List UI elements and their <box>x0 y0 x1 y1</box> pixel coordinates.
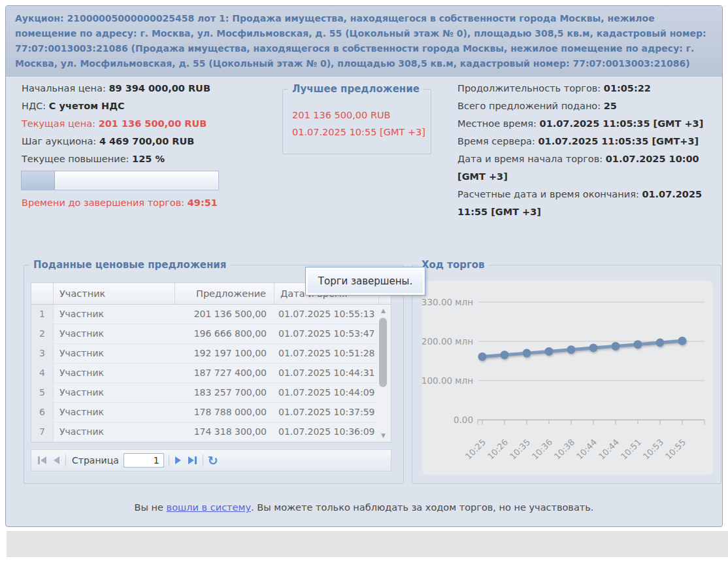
start-price-value: 89 394 000,00 RUB <box>108 83 210 94</box>
time-progress-fill <box>22 171 55 190</box>
start-datetime-row: Дата и время начала торгов: 01.07.2025 1… <box>457 150 718 186</box>
bid-row-num: 1 <box>31 305 54 324</box>
end-datetime-row: Расчетные дата и время окончания: 01.07.… <box>457 186 718 221</box>
login-notice-prefix: Вы не <box>135 502 163 513</box>
current-price-row: Текущая цена: 201 136 500,00 RUB <box>22 115 283 133</box>
svg-text:100.00 млн: 100.00 млн <box>422 375 473 386</box>
bid-row[interactable]: 7 Участник 174 318 300,00 01.07.2025 10:… <box>31 422 391 442</box>
bid-amount: 178 788 000,00 <box>175 403 274 422</box>
session-duration-value: 01:05:22 <box>604 83 651 94</box>
end-datetime-label: Расчетные дата и время окончания: <box>457 189 639 199</box>
current-increase-value: 125 % <box>132 154 165 164</box>
toolbar-divider <box>65 454 66 466</box>
auction-step-label: Шаг аукциона: <box>22 136 96 146</box>
bids-panel: Поданные ценовые предложения Участник Пр… <box>24 265 404 484</box>
col-header-participant[interactable]: Участник <box>54 283 175 304</box>
bids-total-value: 25 <box>604 101 617 111</box>
bid-row-num: 7 <box>31 422 54 441</box>
bid-amount: 192 197 100,00 <box>175 344 274 363</box>
chart-legend-title: Ход торгов <box>418 259 489 271</box>
page-number-input[interactable] <box>124 453 164 468</box>
auction-monitor-page: Аукцион: 21000005000000025458 лот 1: Про… <box>0 0 728 563</box>
svg-text:10:44: 10:44 <box>597 437 621 462</box>
toolbar-divider <box>169 454 169 466</box>
svg-text:0.00: 0.00 <box>454 415 473 425</box>
bidding-progress-panel: Ход торгов 330.00 млн200.00 млн100.00 мл… <box>412 265 721 484</box>
col-header-bid[interactable]: Предложение <box>175 283 274 304</box>
scroll-down-icon[interactable]: ▼ <box>378 431 389 440</box>
bid-row[interactable]: 1 Участник 201 136 500,00 01.07.2025 10:… <box>31 305 391 324</box>
bid-row-num: 5 <box>31 383 54 402</box>
current-price-value: 201 136 500,00 RUB <box>99 118 207 129</box>
session-duration-label: Продолжительность торгов: <box>457 83 601 94</box>
svg-text:200.00 млн: 200.00 млн <box>422 336 473 347</box>
vat-row: НДС: С учетом НДС <box>22 97 283 115</box>
time-remaining: Времени до завершения торгов: 49:51 <box>22 194 218 212</box>
bid-row-num: 6 <box>31 403 54 422</box>
server-time-row: Время сервера: 01.07.2025 11:05:35 [GMT+… <box>457 133 718 150</box>
time-progress-bar <box>21 171 219 190</box>
auction-step-row: Шаг аукциона: 4 469 700,00 RUB <box>22 133 283 150</box>
svg-text:10:38: 10:38 <box>552 437 576 462</box>
bidding-chart: 330.00 млн200.00 млн100.00 млн0.0010:251… <box>422 281 713 475</box>
login-notice: Вы не вошли в систему. Вы можете только … <box>5 502 723 513</box>
first-page-button[interactable] <box>37 455 48 466</box>
svg-text:10:25: 10:25 <box>463 437 488 462</box>
bid-row[interactable]: 4 Участник 187 727 400,00 01.07.2025 10:… <box>31 364 391 383</box>
bid-row[interactable]: 5 Участник 183 257 700,00 01.07.2025 10:… <box>31 383 391 403</box>
table-scrollbar[interactable]: ▲ ▼ <box>378 305 389 441</box>
refresh-icon[interactable]: ↻ <box>208 454 218 467</box>
bid-datetime: 01.07.2025 10:51:28 <box>274 344 379 363</box>
time-remaining-label: Времени до завершения торгов: <box>22 197 184 208</box>
col-header-num <box>31 283 54 304</box>
svg-text:330.00 млн: 330.00 млн <box>422 297 473 307</box>
page-label: Страница <box>72 455 119 466</box>
svg-text:10:36: 10:36 <box>530 437 554 462</box>
svg-text:10:26: 10:26 <box>486 437 510 462</box>
last-page-button[interactable] <box>187 455 198 466</box>
bid-amount: 187 727 400,00 <box>175 364 274 383</box>
bid-row-num: 3 <box>31 344 54 363</box>
bid-row-num: 4 <box>31 364 54 383</box>
last-page-icon <box>188 456 194 464</box>
svg-text:10:51: 10:51 <box>619 437 643 462</box>
scroll-up-icon[interactable]: ▲ <box>378 306 389 315</box>
session-info: Продолжительность торгов: 01:05:22 Всего… <box>457 80 718 221</box>
bid-row[interactable]: 3 Участник 192 197 100,00 01.07.2025 10:… <box>31 344 391 364</box>
bids-table: Участник Предложение Дата и время 1 Учас… <box>31 282 391 443</box>
bid-row[interactable]: 6 Участник 178 788 000,00 01.07.2025 10:… <box>31 403 391 422</box>
bids-total-label: Всего предложений подано: <box>457 101 601 111</box>
best-offer-amount: 201 136 500,00 RUB <box>292 107 422 124</box>
pagination-toolbar: Страница ↻ <box>31 449 391 471</box>
svg-text:10:44: 10:44 <box>574 437 599 462</box>
bid-row[interactable]: 2 Участник 196 666 800,00 01.07.2025 10:… <box>31 324 391 344</box>
server-time-value: 01.07.2025 11:05:35 [GMT+3] <box>538 136 699 146</box>
login-link[interactable]: вошли в систему <box>167 502 251 513</box>
toolbar-divider <box>203 454 203 466</box>
bids-legend: Поданные ценовые предложения <box>29 259 230 271</box>
bid-participant: Участник <box>54 403 175 422</box>
scrollbar-thumb[interactable] <box>379 318 387 387</box>
svg-text:10:35: 10:35 <box>508 437 532 462</box>
bid-participant: Участник <box>54 324 175 343</box>
bids-total-row: Всего предложений подано: 25 <box>457 97 718 115</box>
start-price-label: Начальная цена: <box>22 83 106 94</box>
prev-page-icon <box>54 456 59 464</box>
bid-participant: Участник <box>54 305 175 324</box>
bidding-chart-svg: 330.00 млн200.00 млн100.00 млн0.0010:251… <box>422 281 713 475</box>
prev-page-button[interactable] <box>52 455 61 466</box>
auction-finished-tooltip: Торги завершены. <box>305 267 425 296</box>
secondary-panel <box>7 531 728 557</box>
auction-title: Аукцион: 21000005000000025458 лот 1: Про… <box>6 6 722 77</box>
bid-amount: 196 666 800,00 <box>175 324 274 343</box>
bid-datetime: 01.07.2025 10:55:13 <box>274 305 379 324</box>
current-price-label: Текущая цена: <box>22 118 95 129</box>
bid-amount: 183 257 700,00 <box>175 383 274 402</box>
local-time-label: Местное время: <box>457 118 537 129</box>
best-offer-datetime: 01.07.2025 10:55 [GMT +3] <box>292 124 422 141</box>
bid-datetime: 01.07.2025 10:37:59 <box>274 403 379 422</box>
time-remaining-value: 49:51 <box>188 197 218 208</box>
bid-participant: Участник <box>54 383 175 402</box>
next-page-button[interactable] <box>174 455 182 466</box>
bid-datetime: 01.07.2025 10:53:47 <box>274 324 379 343</box>
